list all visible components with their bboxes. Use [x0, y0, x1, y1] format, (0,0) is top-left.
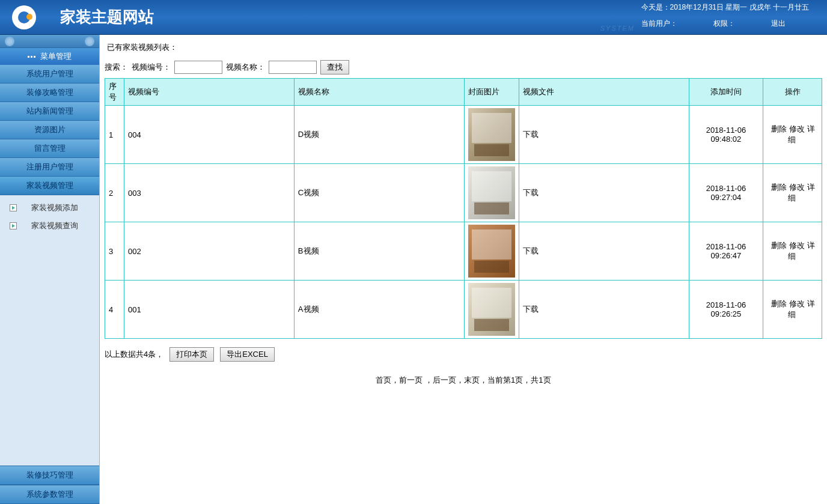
- search-bar: 搜索： 视频编号： 视频名称： 查找: [105, 60, 822, 74]
- logo-icon: [12, 5, 36, 29]
- nav-system-user[interactable]: 系统用户管理: [0, 65, 99, 83]
- name-label: 视频名称：: [226, 62, 265, 73]
- menu-header: 菜单管理: [0, 48, 99, 65]
- video-code-input[interactable]: [174, 61, 222, 74]
- cell-file: 下载: [519, 106, 689, 164]
- sub-item-label: 家装视频添加: [31, 202, 78, 213]
- download-link[interactable]: 下载: [523, 246, 539, 255]
- cell-op: 删除修改详细: [763, 164, 822, 222]
- search-button[interactable]: 查找: [320, 60, 349, 74]
- permission-label: 权限：: [713, 19, 735, 29]
- col-time: 添加时间: [689, 79, 763, 106]
- cell-op: 删除修改详细: [763, 222, 822, 281]
- edit-link[interactable]: 修改: [789, 183, 805, 192]
- table-row: 4001A视频下载2018-11-06 09:26:25删除修改详细: [105, 281, 822, 339]
- cell-cover: [464, 164, 519, 222]
- col-seq: 序号: [105, 79, 124, 106]
- table-row: 2003C视频下载2018-11-06 09:27:04删除修改详细: [105, 164, 822, 222]
- download-link[interactable]: 下载: [523, 130, 539, 139]
- grid-icon: [28, 56, 35, 58]
- cell-op: 删除修改详细: [763, 106, 822, 164]
- pagination-text[interactable]: 首页，前一页 ，后一页，末页，当前第1页，共1页: [376, 375, 551, 384]
- cell-code: 004: [124, 106, 294, 164]
- cover-thumbnail[interactable]: [468, 283, 515, 336]
- cell-time: 2018-11-06 09:26:47: [689, 222, 763, 281]
- col-code: 视频编号: [124, 79, 294, 106]
- app-header: 家装主题网站 SYSTEM 今天是：2018年12月31日 星期一 戊戌年 十一…: [0, 0, 827, 35]
- footer-bar: 以上数据共4条， 打印本页 导出EXCEL: [105, 347, 822, 362]
- sidebar-decoration: [0, 35, 99, 48]
- print-button[interactable]: 打印本页: [169, 347, 214, 362]
- cell-code: 001: [124, 281, 294, 339]
- logout-link[interactable]: 退出: [771, 19, 786, 29]
- cell-file: 下载: [519, 164, 689, 222]
- table-row: 3002B视频下载2018-11-06 09:26:47删除修改详细: [105, 222, 822, 281]
- menu-title: 菜单管理: [40, 51, 72, 62]
- sub-video-add[interactable]: 家装视频添加: [0, 199, 99, 217]
- system-watermark: SYSTEM: [600, 25, 635, 32]
- cell-seq: 2: [105, 164, 124, 222]
- edit-link[interactable]: 修改: [789, 299, 805, 308]
- cell-code: 003: [124, 164, 294, 222]
- search-label: 搜索：: [105, 62, 128, 73]
- download-link[interactable]: 下载: [523, 305, 539, 314]
- table-header-row: 序号 视频编号 视频名称 封面图片 视频文件 添加时间 操作: [105, 79, 822, 106]
- nav-decoration-skill[interactable]: 装修技巧管理: [0, 466, 99, 485]
- sub-item-label: 家装视频查询: [31, 220, 78, 231]
- cell-seq: 3: [105, 222, 124, 281]
- video-name-input[interactable]: [269, 61, 317, 74]
- nav-system-param[interactable]: 系统参数管理: [0, 485, 99, 504]
- cell-time: 2018-11-06 09:48:02: [689, 106, 763, 164]
- col-op: 操作: [763, 79, 822, 106]
- site-title: 家装主题网站: [60, 7, 154, 28]
- cell-cover: [464, 281, 519, 339]
- col-cover: 封面图片: [464, 79, 519, 106]
- cover-thumbnail[interactable]: [468, 166, 515, 219]
- col-file: 视频文件: [519, 79, 689, 106]
- sub-menu: 家装视频添加 家装视频查询: [0, 195, 99, 243]
- delete-link[interactable]: 删除: [771, 183, 787, 192]
- cell-file: 下载: [519, 281, 689, 339]
- nav-home-video[interactable]: 家装视频管理: [0, 177, 99, 195]
- cover-thumbnail[interactable]: [468, 225, 515, 278]
- cell-time: 2018-11-06 09:26:25: [689, 281, 763, 339]
- cell-seq: 4: [105, 281, 124, 339]
- cell-file: 下载: [519, 222, 689, 281]
- table-row: 1004D视频下载2018-11-06 09:48:02删除修改详细: [105, 106, 822, 164]
- nav-site-news[interactable]: 站内新闻管理: [0, 102, 99, 121]
- nav-decoration-strategy[interactable]: 装修攻略管理: [0, 83, 99, 102]
- delete-link[interactable]: 删除: [771, 124, 787, 133]
- main-content: 已有家装视频列表： 搜索： 视频编号： 视频名称： 查找 序号 视频编号 视频名…: [100, 35, 827, 504]
- current-date: 今天是：2018年12月31日 星期一 戊戌年 十一月廿五: [641, 2, 809, 13]
- cell-op: 删除修改详细: [763, 281, 822, 339]
- pagination: 首页，前一页 ，后一页，末页，当前第1页，共1页: [105, 375, 822, 386]
- delete-link[interactable]: 删除: [771, 299, 787, 308]
- cell-cover: [464, 106, 519, 164]
- code-label: 视频编号：: [132, 62, 171, 73]
- play-icon: [10, 204, 17, 211]
- cell-time: 2018-11-06 09:27:04: [689, 164, 763, 222]
- header-right: 今天是：2018年12月31日 星期一 戊戌年 十一月廿五 当前用户： 权限： …: [641, 2, 809, 29]
- nav-message[interactable]: 留言管理: [0, 139, 99, 158]
- edit-link[interactable]: 修改: [789, 241, 805, 250]
- cell-name: D视频: [294, 106, 464, 164]
- cell-cover: [464, 222, 519, 281]
- edit-link[interactable]: 修改: [789, 124, 805, 133]
- cell-code: 002: [124, 222, 294, 281]
- sidebar-spacer: [0, 243, 99, 466]
- col-name: 视频名称: [294, 79, 464, 106]
- cover-thumbnail[interactable]: [468, 108, 515, 161]
- video-table: 序号 视频编号 视频名称 封面图片 视频文件 添加时间 操作 1004D视频下载…: [105, 78, 822, 339]
- play-icon: [10, 222, 17, 229]
- record-count: 以上数据共4条，: [105, 349, 163, 360]
- delete-link[interactable]: 删除: [771, 241, 787, 250]
- download-link[interactable]: 下载: [523, 188, 539, 197]
- export-excel-button[interactable]: 导出EXCEL: [220, 347, 275, 362]
- nav-resource-image[interactable]: 资源图片: [0, 121, 99, 139]
- current-user-label: 当前用户：: [641, 19, 677, 29]
- list-title: 已有家装视频列表：: [105, 42, 822, 53]
- sub-video-query[interactable]: 家装视频查询: [0, 217, 99, 235]
- cell-seq: 1: [105, 106, 124, 164]
- nav-register-user[interactable]: 注册用户管理: [0, 158, 99, 177]
- cell-name: C视频: [294, 164, 464, 222]
